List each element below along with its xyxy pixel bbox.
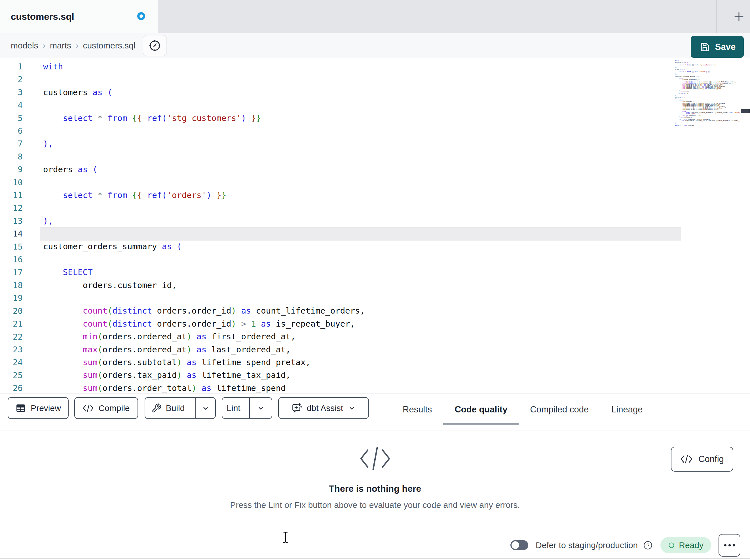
preview-button[interactable]: Preview <box>8 397 68 419</box>
code-line[interactable]: sum(orders.order_total) as lifetime_spen… <box>43 382 365 393</box>
status-bar: Defer to staging/production ? Ready <box>0 532 750 559</box>
tab-code-quality[interactable]: Code quality <box>443 394 519 425</box>
line-number: 4 <box>0 99 23 111</box>
line-number: 3 <box>0 86 23 99</box>
code-line[interactable]: customer_orders_summary as ( <box>43 240 365 253</box>
code-line[interactable]: sum(orders.subtotal) as lifetime_spend_p… <box>43 356 365 369</box>
code-line[interactable]: SELECT <box>43 266 365 279</box>
tab-customers-sql[interactable]: customers.sql <box>0 0 158 34</box>
results-panel: There is nothing here Press the Lint or … <box>0 431 750 532</box>
code-line[interactable]: min(orders.ordered_at) as first_ordered_… <box>43 330 365 343</box>
lint-dropdown-button[interactable] <box>249 398 272 418</box>
defer-toggle[interactable] <box>510 540 528 550</box>
config-label: Config <box>698 454 724 464</box>
unsaved-changes-dot <box>137 12 145 20</box>
minimap[interactable]: with customers as ( select * from {{ ref… <box>675 60 739 128</box>
line-number: 13 <box>0 215 23 227</box>
save-button[interactable]: Save <box>691 36 744 58</box>
code-line[interactable]: count(distinct orders.order_id) as count… <box>43 305 365 317</box>
line-number: 5 <box>0 112 23 125</box>
empty-state-title: There is nothing here <box>329 483 421 494</box>
lint-split-button: Lint <box>222 397 272 419</box>
code-line[interactable]: max(orders.ordered_at) as last_ordered_a… <box>43 343 365 356</box>
code-brackets-icon <box>680 454 693 464</box>
tab-lineage[interactable]: Lineage <box>600 394 654 425</box>
breadcrumb-item[interactable]: customers.sql <box>83 41 135 50</box>
tab-results[interactable]: Results <box>391 394 443 425</box>
code-line[interactable] <box>43 202 365 214</box>
dbt-assist-button[interactable]: dbt Assist <box>278 397 369 419</box>
line-number: 17 <box>0 266 23 279</box>
line-number: 2 <box>0 73 23 86</box>
breadcrumb-item[interactable]: models <box>11 41 38 50</box>
build-label: Build <box>166 403 185 413</box>
editor-toolbar: Preview Compile Build Lint <box>0 393 750 431</box>
results-panel-tabs: ResultsCode qualityCompiled codeLineage <box>391 394 654 425</box>
code-line[interactable] <box>43 176 365 189</box>
more-options-button[interactable] <box>718 534 741 557</box>
assist-label: dbt Assist <box>307 403 343 413</box>
line-number: 26 <box>0 382 23 393</box>
code-line[interactable]: select * from {{ ref('orders') }} <box>43 189 365 202</box>
scrollbar-marker[interactable] <box>741 109 750 113</box>
code-line[interactable]: count(distinct orders.order_id) > 1 as i… <box>43 317 365 330</box>
build-dropdown-button[interactable] <box>195 398 215 418</box>
defer-label: Defer to staging/production <box>536 540 638 550</box>
compile-button[interactable]: Compile <box>74 397 138 419</box>
code-line[interactable]: orders as ( <box>43 163 365 176</box>
tab-compiled-code[interactable]: Compiled code <box>519 394 600 425</box>
code-line[interactable]: ), <box>43 138 365 150</box>
editor-tab-bar: customers.sql <box>0 0 750 33</box>
build-button[interactable]: Build <box>145 398 191 418</box>
new-tab-button[interactable] <box>731 9 747 25</box>
help-icon[interactable]: ? <box>643 540 653 551</box>
code-line[interactable]: orders.customer_id, <box>43 279 365 292</box>
code-line[interactable]: with <box>43 60 365 73</box>
code-content[interactable]: with customers as ( select * from {{ ref… <box>43 60 365 393</box>
file-action-row: models›marts›customers.sql Save <box>0 33 750 58</box>
lint-button[interactable]: Lint <box>222 398 245 418</box>
code-line[interactable] <box>43 292 365 305</box>
code-line[interactable] <box>43 253 365 266</box>
code-line[interactable] <box>43 99 365 111</box>
code-line[interactable]: customers as ( <box>43 86 365 99</box>
empty-state: There is nothing here Press the Lint or … <box>0 431 750 510</box>
line-number: 1 <box>0 60 23 73</box>
code-line[interactable] <box>43 125 365 138</box>
chevron-down-icon <box>257 404 265 412</box>
code-line[interactable] <box>43 227 365 240</box>
compass-icon <box>148 39 162 53</box>
ready-label: Ready <box>679 540 704 550</box>
tab-bar-divider <box>716 0 717 33</box>
config-button[interactable]: Config <box>671 447 733 472</box>
code-line[interactable] <box>43 73 365 86</box>
minimap-line: select * from joined <box>675 125 739 126</box>
line-number: 18 <box>0 279 23 292</box>
line-number-gutter: 1234567891011121314151617181920212223242… <box>0 60 23 393</box>
lineage-navigate-button[interactable] <box>143 35 167 56</box>
code-editor[interactable]: 1234567891011121314151617181920212223242… <box>0 58 750 393</box>
line-number: 6 <box>0 125 23 138</box>
line-number: 11 <box>0 189 23 202</box>
code-line[interactable]: ), <box>43 215 365 227</box>
code-brackets-icon <box>358 445 392 472</box>
breadcrumb-separator: › <box>43 41 45 50</box>
line-number: 23 <box>0 343 23 356</box>
line-number: 24 <box>0 356 23 369</box>
assist-chat-sparkle-icon <box>291 402 302 414</box>
breadcrumb-item[interactable]: marts <box>50 41 71 50</box>
line-number: 19 <box>0 292 23 305</box>
line-number: 8 <box>0 150 23 163</box>
breadcrumb-separator: › <box>76 41 78 50</box>
code-line[interactable] <box>43 150 365 163</box>
scrollbar-track[interactable] <box>741 58 741 393</box>
chevron-down-icon <box>201 404 210 412</box>
save-label: Save <box>715 42 735 52</box>
code-line[interactable]: select * from {{ ref('stg_customers') }} <box>43 112 365 125</box>
preview-label: Preview <box>31 403 61 413</box>
ready-circle-icon <box>668 542 675 549</box>
line-number: 25 <box>0 369 23 382</box>
code-line[interactable]: sum(orders.tax_paid) as lifetime_tax_pai… <box>43 369 365 381</box>
ready-status-badge[interactable]: Ready <box>660 537 711 553</box>
wrench-icon <box>152 403 162 413</box>
